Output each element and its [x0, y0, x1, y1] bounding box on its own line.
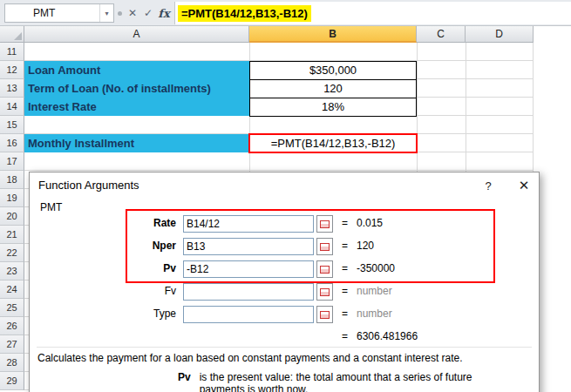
formula-result: 6306.481966 [357, 330, 418, 342]
collapse-dialog-button[interactable] [316, 260, 333, 278]
argument-help: Pv is the present value: the total amoun… [178, 371, 518, 392]
function-description: Calculates the payment for a loan based … [37, 352, 531, 364]
divider-dot [118, 11, 122, 16]
row-header-22[interactable]: 22 [0, 244, 24, 262]
cell-a13-term[interactable]: Term of Loan (No. of installments) [24, 79, 249, 98]
fv-label: Fv [78, 285, 176, 297]
equals-sign: = [342, 330, 348, 342]
nper-input[interactable] [183, 238, 314, 255]
rate-result: 0.015 [357, 217, 383, 229]
type-result: number [357, 308, 392, 320]
nper-label: Nper [78, 240, 176, 252]
cell-a16-installment[interactable]: Monthly Installment [24, 134, 249, 152]
row-header-18[interactable]: 18 [0, 171, 24, 189]
arg-row-type: Type = number [30, 305, 539, 328]
function-arguments-dialog: Function Arguments ? ✕ PMT Rate = 0.015 … [29, 172, 540, 392]
row-header-26[interactable]: 26 [0, 317, 24, 335]
column-header-a[interactable]: A [24, 26, 249, 43]
argument-name: Pv [178, 371, 191, 392]
formula-input[interactable]: =PMT(B14/12,B13,-B12) [174, 2, 571, 24]
row-header-17[interactable]: 17 [0, 152, 24, 171]
nper-result: 120 [357, 240, 374, 252]
range-selector-icon [320, 220, 330, 228]
range-selector-icon [320, 288, 330, 296]
range-selector-icon [320, 266, 330, 274]
range-selector-icon [320, 243, 330, 251]
dialog-title[interactable]: Function Arguments [38, 179, 139, 192]
function-name-label: PMT [40, 201, 62, 213]
formula-bar: PMT ▾ ✕ ✓ fx =PMT(B14/12,B13,-B12) [0, 0, 571, 26]
row-header-25[interactable]: 25 [0, 299, 24, 317]
pv-result: -350000 [357, 262, 395, 274]
cell-b16-formula[interactable]: =PMT(B14/12,B13,-B12) [248, 133, 418, 153]
column-header-d[interactable]: D [466, 26, 534, 43]
name-box[interactable]: PMT ▾ [4, 3, 114, 23]
type-label: Type [78, 308, 176, 320]
equals-sign: = [342, 308, 348, 320]
row-header-20[interactable]: 20 [0, 207, 24, 226]
argument-description: is the present value: the total amount t… [200, 371, 500, 392]
insert-function-icon[interactable]: fx [156, 4, 172, 22]
chevron-down-icon[interactable]: ▾ [99, 4, 113, 22]
rate-input[interactable] [183, 215, 314, 233]
collapse-dialog-button[interactable] [316, 283, 333, 301]
row-header-21[interactable]: 21 [0, 226, 24, 244]
collapse-dialog-button[interactable] [316, 306, 333, 323]
row-header-19[interactable]: 19 [0, 189, 24, 207]
equals-sign: = [342, 262, 348, 274]
cell-b14-interest-value[interactable]: 18% [249, 98, 417, 117]
row-header-16[interactable]: 16 [0, 134, 24, 152]
arg-row-rate: Rate = 0.015 [30, 214, 539, 237]
divider [37, 347, 532, 348]
rate-label: Rate [78, 217, 176, 229]
row-header-24[interactable]: 24 [0, 280, 24, 299]
row-header-28[interactable]: 28 [0, 354, 24, 372]
row-header-27[interactable]: 27 [0, 335, 24, 354]
row-header-12[interactable]: 12 [0, 61, 24, 79]
row-header-11[interactable]: 11 [0, 43, 24, 61]
arg-row-fv: Fv = number [30, 282, 539, 305]
cancel-icon[interactable]: ✕ [125, 4, 140, 22]
equals-sign: = [342, 285, 348, 297]
name-box-value: PMT [5, 7, 55, 19]
formula-text: =PMT(B14/12,B13,-B12) [178, 5, 311, 22]
pv-label: Pv [78, 262, 176, 274]
type-input[interactable] [183, 306, 314, 323]
row-header-15[interactable]: 15 [0, 116, 24, 134]
arg-row-pv: Pv = -350000 [30, 260, 539, 282]
cell-a14-interest[interactable]: Interest Rate [24, 98, 249, 116]
close-icon[interactable]: ✕ [511, 176, 537, 195]
column-header-c[interactable]: C [417, 26, 466, 43]
pv-input[interactable] [183, 260, 314, 278]
select-all-corner[interactable] [0, 26, 24, 43]
row-header-29[interactable]: 29 [0, 372, 24, 390]
equals-sign: = [342, 217, 348, 229]
enter-icon[interactable]: ✓ [140, 4, 156, 22]
range-selector-icon [320, 311, 330, 319]
collapse-dialog-button[interactable] [316, 215, 333, 233]
arg-row-nper: Nper = 120 [30, 237, 539, 260]
help-icon[interactable]: ? [476, 176, 500, 195]
cell-a12-loan-amount[interactable]: Loan Amount [24, 61, 249, 79]
row-header-13[interactable]: 13 [0, 79, 24, 98]
cell-b12-loan-value[interactable]: $350,000 [249, 61, 417, 80]
cell-b13-term-value[interactable]: 120 [249, 79, 417, 98]
fv-input[interactable] [183, 283, 314, 301]
column-header-b[interactable]: B [249, 26, 417, 43]
collapse-dialog-button[interactable] [316, 238, 333, 255]
row-header-23[interactable]: 23 [0, 262, 24, 280]
row-header-14[interactable]: 14 [0, 98, 24, 116]
equals-sign: = [342, 240, 348, 252]
fv-result: number [357, 285, 392, 297]
